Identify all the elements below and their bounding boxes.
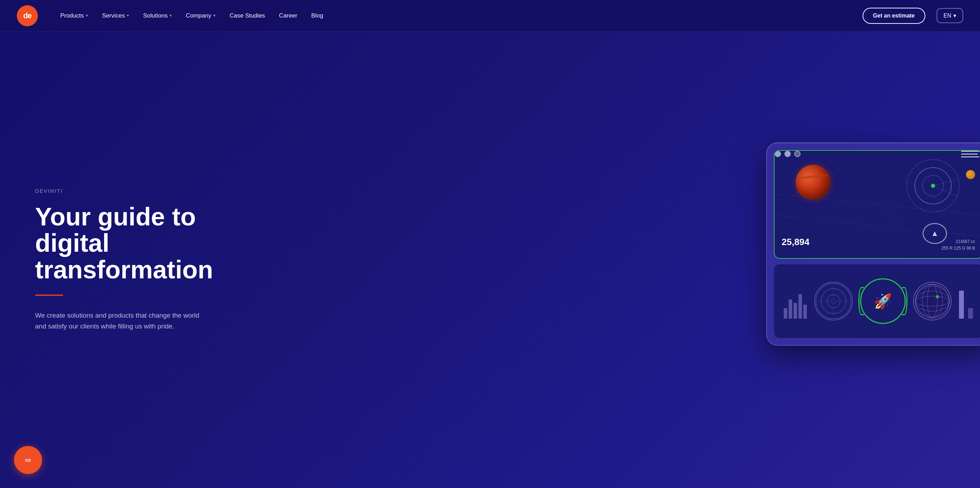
nav-item-blog[interactable]: Blog [305, 10, 329, 22]
chevron-down-icon: ▾ [86, 13, 88, 18]
svg-point-11 [816, 284, 851, 319]
svg-point-12 [821, 289, 845, 313]
brand-label: DEVINITI [35, 188, 210, 194]
vertical-bars-left [784, 284, 807, 319]
header: de Products ▾ Services ▾ Solutions ▾ Com… [0, 0, 980, 32]
planet-small [966, 170, 975, 179]
rocket-widget: 🚀 [860, 278, 906, 324]
radar-circle-small [814, 282, 853, 321]
chat-bubble[interactable]: co [14, 446, 42, 474]
chevron-down-icon: ▾ [953, 12, 956, 19]
nav-item-services[interactable]: Services ▾ [96, 10, 135, 22]
svg-line-5 [933, 186, 958, 196]
stat-number: 25,894 [782, 237, 810, 247]
hero-title: Your guide to digital transformation [35, 204, 210, 283]
globe-widget [913, 282, 951, 321]
dashboard-device: 25,894 ▲ 214567 cc 255 R 125 G 98 B [766, 142, 980, 346]
language-selector[interactable]: EN ▾ [937, 8, 963, 23]
planet-mars [795, 165, 831, 200]
radar-circle-large [905, 158, 961, 214]
get-estimate-button[interactable]: Get an estimate [862, 8, 925, 24]
dashboard-top-panel: 25,894 ▲ 214567 cc 255 R 125 G 98 B [774, 150, 980, 259]
svg-point-23 [935, 295, 939, 299]
dashboard-bottom-panel: 🚀 [774, 264, 980, 338]
chevron-down-icon: ▾ [170, 13, 172, 18]
hamburger-icon [961, 151, 980, 158]
svg-point-17 [915, 284, 949, 318]
dashboard-illustration: 25,894 ▲ 214567 cc 255 R 125 G 98 B [766, 142, 980, 346]
svg-line-8 [775, 215, 980, 237]
tl-red [775, 151, 781, 157]
chevron-down-icon: ▾ [127, 13, 129, 18]
svg-point-13 [827, 295, 840, 308]
nav-item-case-studies[interactable]: Case Studies [224, 10, 270, 22]
svg-line-4 [933, 179, 959, 186]
vertical-bars-right [959, 284, 973, 319]
rocket-icon: 🚀 [874, 293, 892, 310]
nav-item-company[interactable]: Company ▾ [180, 10, 221, 22]
rocket-arc-right [902, 287, 907, 315]
traffic-lights [775, 151, 800, 157]
chevron-down-icon: ▾ [213, 13, 216, 18]
rocket-arc-left [858, 287, 864, 315]
nav-item-products[interactable]: Products ▾ [55, 10, 94, 22]
hero-description: We create solutions and products that ch… [35, 310, 210, 332]
nav-item-career[interactable]: Career [274, 10, 303, 22]
hero-content: DEVINITI Your guide to digital transform… [0, 160, 238, 360]
hero-divider [35, 295, 63, 296]
svg-point-14 [831, 298, 836, 304]
hero-section: DEVINITI Your guide to digital transform… [0, 0, 980, 488]
logo[interactable]: de [17, 5, 38, 26]
stat-detail: 214567 cc 255 R 125 G 98 B [942, 238, 975, 252]
tl-orange [784, 151, 791, 157]
main-nav: Products ▾ Services ▾ Solutions ▾ Compan… [55, 8, 963, 24]
nav-item-solutions[interactable]: Solutions ▾ [137, 10, 177, 22]
tl-yellow [794, 151, 800, 157]
